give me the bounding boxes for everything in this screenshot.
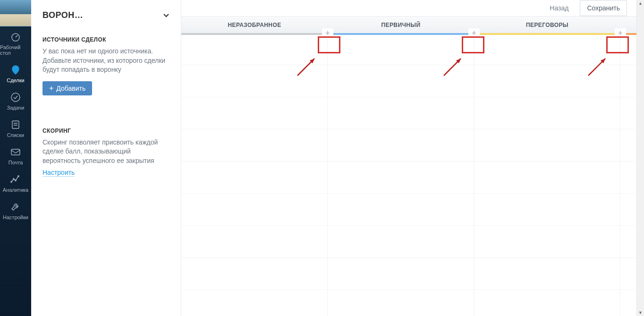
stage-row[interactable] [474,97,620,129]
wrench-icon [10,201,21,213]
stage-column [328,33,474,316]
sources-body: У вас пока нет ни одного источника. Доба… [42,47,169,75]
stage-row[interactable] [620,65,636,97]
scoring-configure-link[interactable]: Настроить [42,169,75,177]
stage-row[interactable] [181,97,327,129]
stage-row[interactable] [328,258,474,290]
stage-name: ПЕРЕГОВОРЫ [526,22,568,28]
nav-item-chat[interactable] [0,295,31,316]
stage-row[interactable] [328,162,474,194]
main-nav: Рабочий стол Сделки Задачи Списки Почта … [0,0,31,316]
stage-row[interactable] [620,162,636,194]
svg-rect-2 [12,121,19,128]
plus-icon: + [49,85,53,92]
stage-column [181,33,328,316]
nav-label: Рабочий стол [0,44,31,56]
stage-row[interactable] [181,65,327,97]
insert-stage-button[interactable]: + [468,28,480,38]
stage-row[interactable] [474,258,620,290]
stage-row[interactable] [328,226,474,258]
nav-item-analytics[interactable]: Аналитика [0,169,31,196]
stage-row[interactable] [474,129,620,162]
nav-item-settings[interactable]: Настройки [0,196,31,224]
nav-label: Списки [7,132,25,138]
nav-label: Настройки [3,214,28,220]
stage-row[interactable] [620,194,636,226]
browser-scrollbar[interactable]: ▲ ▼ [636,0,644,316]
stage-row[interactable] [474,290,620,316]
stage-row[interactable] [181,226,327,258]
stage-row[interactable] [181,33,327,65]
stage-row[interactable] [620,258,636,290]
nav-item-lists[interactable]: Списки [0,114,31,142]
stage-row[interactable] [620,226,636,258]
save-button[interactable]: Сохранить [580,0,627,16]
stage-row[interactable] [328,290,474,316]
stage-row[interactable] [474,33,620,65]
stage-row[interactable] [620,290,636,316]
chevron-down-icon [163,12,169,19]
stage-row[interactable] [620,129,636,162]
stage-header[interactable]: ПЕРЕГОВОРЫ+ [474,17,620,33]
add-source-label: Добавить [56,85,85,92]
stage-row[interactable] [181,258,327,290]
funnel-settings-panel: ВОРОН… ИСТОЧНИКИ СДЕЛОК У вас пока нет н… [31,0,181,316]
pipeline: НЕРАЗОБРАННОЕ+ПЕРВИЧНЫЙ+ПЕРЕГОВОРЫ+ [181,16,636,316]
gauge-icon [10,31,21,43]
scoring-heading: СКОРИНГ [42,128,169,134]
stage-row[interactable] [328,97,474,129]
stage-row[interactable] [620,33,636,65]
svg-rect-3 [11,149,20,155]
nav-item-desktop[interactable]: Рабочий стол [0,26,31,60]
deals-icon [10,64,21,76]
stage-name: НЕРАЗОБРАННОЕ [228,22,281,28]
insert-stage-button[interactable]: + [615,28,626,38]
stage-row[interactable] [328,65,474,97]
stage-row[interactable] [620,97,636,129]
stage-row[interactable] [328,129,474,162]
workspace-avatar[interactable] [0,0,31,26]
nav-item-tasks[interactable]: Задачи [0,87,31,114]
stage-row[interactable] [181,129,327,162]
stage-row[interactable] [181,162,327,194]
add-source-button[interactable]: + Добавить [42,81,92,95]
stage-row[interactable] [328,194,474,226]
scroll-up-icon: ▲ [638,0,643,7]
check-circle-icon [10,92,21,103]
sources-heading: ИСТОЧНИКИ СДЕЛОК [42,36,169,43]
stage-header[interactable]: ПЕРВИЧНЫЙ+ [328,17,474,33]
stage-name: ПЕРВИЧНЫЙ [381,22,421,28]
nav-label: Сделки [7,77,25,83]
mail-icon [10,146,21,158]
svg-point-1 [11,93,20,102]
stage-row[interactable] [181,194,327,226]
list-icon [10,119,21,130]
nav-label: Почта [8,160,23,165]
pipeline-header: НЕРАЗОБРАННОЕ+ПЕРВИЧНЫЙ+ПЕРЕГОВОРЫ+ [181,16,636,33]
nav-label: Задачи [7,105,25,111]
analytics-icon [10,174,21,185]
back-button[interactable]: Назад [543,0,575,16]
sources-section: ИСТОЧНИКИ СДЕЛОК У вас пока нет ни одног… [31,30,181,100]
stage-column-partial [620,33,636,316]
funnel-title: ВОРОН… [42,10,83,20]
nav-label: Аналитика [3,187,28,193]
stage-row[interactable] [328,33,474,65]
stage-row[interactable] [474,162,620,194]
editor-toolbar: Назад Сохранить [181,0,636,16]
scoring-section: СКОРИНГ Скоринг позволяет присвоить кажд… [31,121,181,181]
stage-row[interactable] [474,194,620,226]
stage-row[interactable] [474,226,620,258]
stage-row[interactable] [474,65,620,97]
scroll-down-icon: ▼ [638,309,643,316]
pipeline-body [181,33,636,316]
nav-item-mail[interactable]: Почта [0,142,31,169]
nav-item-deals[interactable]: Сделки [0,60,31,87]
stage-column [474,33,620,316]
pipeline-editor: Назад Сохранить НЕРАЗОБРАННОЕ+ПЕРВИЧНЫЙ+… [181,0,636,316]
funnel-selector[interactable]: ВОРОН… [31,0,181,30]
insert-stage-button[interactable]: + [322,28,333,38]
stage-header[interactable]: НЕРАЗОБРАННОЕ+ [181,17,328,33]
stage-row[interactable] [181,290,327,316]
scoring-body: Скоринг позволяет присвоить каждой сделк… [42,138,169,166]
